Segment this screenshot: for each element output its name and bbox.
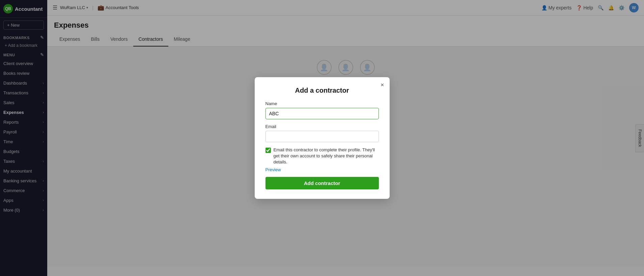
email-field-group: Email — [265, 124, 379, 142]
add-contractor-modal: × Add a contractor Name Email Email this… — [255, 77, 390, 199]
email-input[interactable] — [265, 131, 379, 142]
add-contractor-button[interactable]: Add contractor — [265, 177, 379, 189]
modal-close-button[interactable]: × — [381, 82, 384, 88]
email-checkbox-label[interactable]: Email this contractor to complete their … — [274, 147, 379, 165]
name-field-group: Name — [265, 101, 379, 119]
email-label: Email — [265, 124, 379, 129]
modal-title: Add a contractor — [265, 87, 379, 94]
name-label: Name — [265, 101, 379, 106]
modal-overlay[interactable]: × Add a contractor Name Email Email this… — [0, 0, 644, 276]
email-checkbox-row: Email this contractor to complete their … — [265, 147, 379, 165]
email-contractor-checkbox[interactable] — [265, 148, 271, 153]
name-input[interactable] — [265, 108, 379, 119]
preview-link[interactable]: Preview — [265, 167, 379, 172]
